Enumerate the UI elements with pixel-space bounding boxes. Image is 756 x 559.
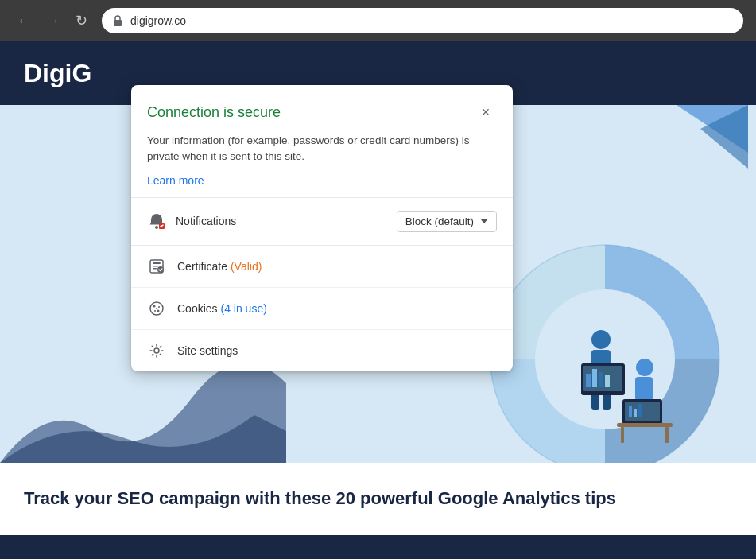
notifications-value: Block (default): [405, 215, 474, 227]
svg-point-39: [154, 348, 159, 353]
svg-rect-22: [617, 423, 673, 427]
certificate-menu-item[interactable]: Certificate (Valid): [131, 246, 513, 288]
svg-rect-14: [634, 409, 637, 417]
cookies-status: (4 in use): [220, 302, 266, 315]
popup-title-text: Connection is secure: [147, 104, 281, 121]
page-content: DigiG campaign witherful Googlees tips: [0, 41, 756, 559]
url-display: digigrow.co: [130, 14, 186, 27]
certificate-status: (Valid): [231, 260, 262, 273]
site-settings-label: Site settings: [177, 344, 238, 357]
settings-icon: [147, 341, 166, 360]
nav-buttons: ← → ↻: [13, 10, 92, 32]
notifications-icon: [147, 212, 166, 231]
chevron-down-icon: [480, 219, 488, 223]
forward-button[interactable]: →: [41, 10, 64, 32]
cookies-label-text: Cookies: [177, 302, 218, 315]
notifications-label: Notifications: [176, 215, 387, 227]
svg-point-35: [158, 306, 160, 308]
svg-point-34: [153, 305, 156, 307]
popup-header: Connection is secure × Your information …: [131, 85, 513, 198]
person-illustration: [565, 320, 677, 447]
svg-rect-10: [635, 377, 653, 401]
svg-point-9: [636, 359, 653, 376]
svg-rect-24: [665, 427, 669, 443]
learn-more-link[interactable]: Learn more: [147, 174, 204, 187]
svg-point-5: [591, 330, 611, 349]
svg-rect-30: [153, 266, 158, 267]
cookies-icon: [147, 299, 166, 318]
svg-point-38: [156, 308, 157, 309]
svg-rect-15: [638, 404, 642, 417]
svg-point-37: [157, 309, 160, 312]
security-popup: Connection is secure × Your information …: [131, 85, 513, 371]
svg-rect-19: [592, 369, 597, 387]
page-footer-text: Track your SEO campaign with these 20 po…: [0, 463, 756, 535]
svg-point-36: [154, 310, 156, 312]
address-bar[interactable]: digigrow.co: [102, 8, 743, 33]
certificate-icon: [147, 257, 166, 276]
back-button[interactable]: ←: [13, 10, 35, 32]
popup-description: Your information (for example, passwords…: [147, 133, 497, 165]
notifications-dropdown[interactable]: Block (default): [397, 211, 497, 232]
footer-heading: Track your SEO campaign with these 20 po…: [24, 488, 616, 508]
certificate-label-text: Certificate: [177, 260, 227, 273]
svg-rect-23: [621, 427, 624, 443]
notifications-section: Notifications Block (default): [131, 198, 513, 246]
popup-title: Connection is secure ×: [147, 101, 497, 123]
refresh-button[interactable]: ↻: [70, 10, 92, 32]
svg-rect-31: [153, 268, 157, 270]
certificate-label: Certificate (Valid): [177, 260, 262, 273]
site-logo: DigiG: [24, 59, 91, 88]
browser-chrome: ← → ↻ digigrow.co: [0, 0, 756, 41]
svg-rect-18: [586, 374, 591, 387]
close-button[interactable]: ×: [475, 101, 497, 123]
lock-icon: [111, 14, 124, 27]
svg-point-25: [155, 226, 158, 229]
svg-rect-21: [605, 375, 610, 387]
svg-rect-29: [153, 262, 161, 264]
svg-rect-20: [599, 372, 603, 387]
site-settings-menu-item[interactable]: Site settings: [131, 330, 513, 371]
cookies-menu-item[interactable]: Cookies (4 in use): [131, 288, 513, 330]
svg-point-32: [157, 266, 164, 273]
svg-rect-0: [114, 20, 122, 26]
cookies-label: Cookies (4 in use): [177, 302, 267, 315]
svg-rect-13: [629, 406, 632, 417]
